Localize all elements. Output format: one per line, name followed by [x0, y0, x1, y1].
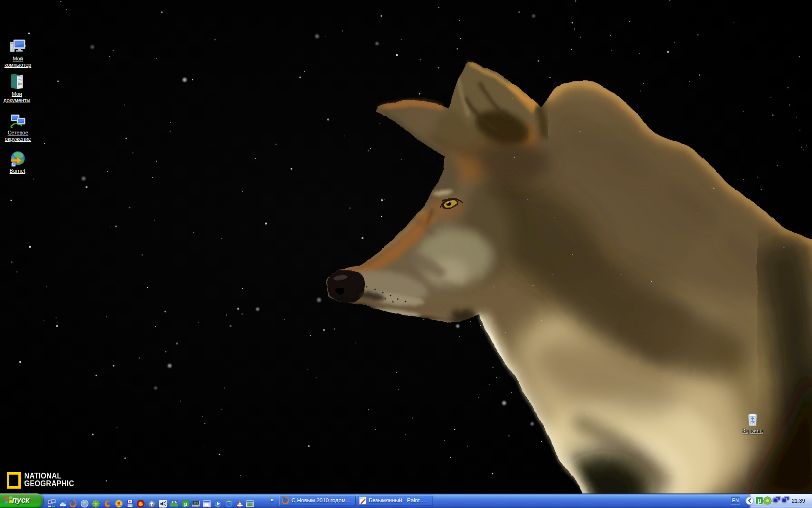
svg-text:321: 321: [193, 502, 198, 505]
svg-text:µ: µ: [757, 497, 761, 504]
svg-text:µ: µ: [184, 502, 187, 507]
